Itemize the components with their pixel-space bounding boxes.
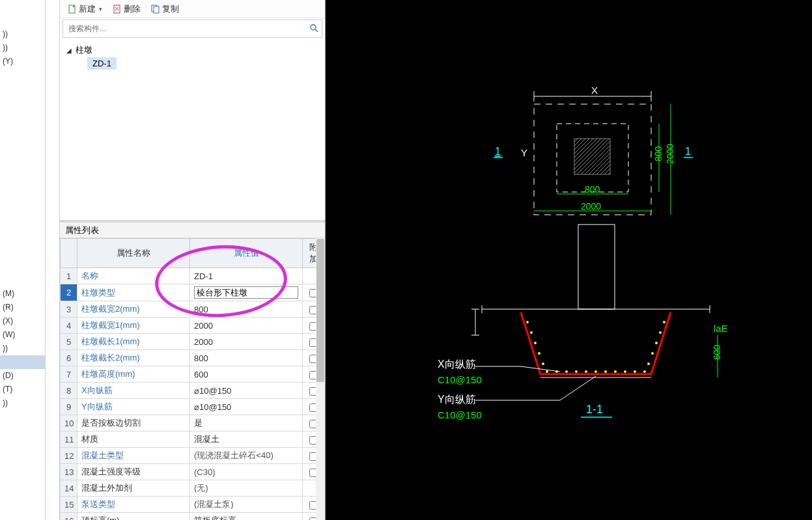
left-nav-item[interactable]: (T)	[0, 383, 45, 396]
tree-item-zd1[interactable]: ZD-1	[87, 57, 117, 70]
component-tree: ◢ 柱墩 ZD-1	[60, 39, 325, 220]
row-index: 4	[61, 318, 77, 334]
property-row[interactable]: 11材质混凝土	[61, 431, 325, 448]
property-name: 柱墩截长1(mm)	[77, 334, 190, 350]
property-row[interactable]: 4柱墩截宽1(mm)2000	[61, 318, 325, 334]
delete-icon	[113, 5, 122, 14]
property-value[interactable]: ⌀10@150	[190, 383, 303, 399]
property-value[interactable]: ⌀10@150	[190, 399, 303, 415]
property-value[interactable]: 筏板底标高	[190, 513, 303, 521]
left-nav-item[interactable]	[0, 14, 45, 27]
property-value[interactable]: 800	[190, 350, 303, 366]
dropdown-arrow-icon: ▾	[99, 6, 102, 12]
delete-label: 删除	[124, 3, 141, 15]
left-nav-item[interactable]: (X)	[0, 314, 45, 328]
svg-point-41	[614, 370, 617, 373]
copy-button[interactable]: 复制	[147, 2, 183, 16]
property-row[interactable]: 12混凝土类型(现浇混凝土碎石<40)	[61, 448, 325, 464]
left-nav-item[interactable]	[0, 0, 45, 14]
property-value[interactable]	[190, 284, 303, 301]
svg-point-36	[565, 370, 568, 373]
search-input[interactable]	[63, 21, 306, 36]
collapse-toggle-icon[interactable]: ◢	[65, 47, 73, 54]
left-nav-item[interactable]: (R)	[0, 301, 45, 314]
left-nav-item[interactable]	[0, 232, 45, 246]
left-nav-item[interactable]	[0, 355, 45, 369]
property-name: 柱墩高度(mm)	[77, 366, 190, 383]
property-row[interactable]: 8X向纵筋⌀10@150	[61, 383, 325, 399]
svg-line-7	[315, 29, 318, 32]
property-row[interactable]: 6柱墩截长2(mm)800	[61, 350, 325, 366]
svg-rect-10	[574, 139, 610, 174]
property-value[interactable]: (C30)	[190, 464, 303, 480]
property-value-input[interactable]	[194, 286, 298, 299]
left-nav-item[interactable]	[0, 273, 45, 287]
property-value[interactable]: 是	[190, 415, 303, 431]
property-value[interactable]: 2000	[190, 334, 303, 350]
side-gap	[46, 0, 60, 520]
new-button[interactable]: 新建 ▾	[64, 2, 106, 16]
left-nav-item[interactable]	[0, 150, 45, 164]
svg-point-26	[534, 342, 537, 344]
left-nav-item[interactable]	[0, 109, 45, 123]
row-index: 14	[61, 480, 77, 497]
property-row[interactable]: 10是否按板边切割是	[61, 415, 325, 431]
property-row[interactable]: 13混凝土强度等级(C30)	[61, 464, 325, 480]
row-index: 3	[61, 301, 77, 318]
property-name: 泵送类型	[77, 497, 190, 513]
left-nav-item[interactable]: ))	[0, 342, 45, 355]
property-row[interactable]: 2柱墩类型	[61, 284, 325, 301]
property-value[interactable]: 2000	[190, 318, 303, 334]
property-value[interactable]: (混凝土泵)	[190, 497, 303, 513]
cad-viewport[interactable]: X Y 800 2000 800 2000 1 1	[326, 0, 812, 520]
left-nav-item[interactable]	[0, 260, 45, 273]
left-nav-item[interactable]	[0, 82, 45, 96]
property-row[interactable]: 1名称ZD-1	[61, 268, 325, 284]
section-mark-1-left: 1	[495, 146, 501, 157]
left-nav-item[interactable]	[0, 96, 45, 109]
property-name: 柱墩类型	[77, 284, 190, 301]
left-nav-item[interactable]: ))	[0, 396, 45, 410]
left-nav-item[interactable]: (M)	[0, 287, 45, 301]
copy-label: 复制	[162, 3, 179, 15]
property-row[interactable]: 3柱墩截宽2(mm)800	[61, 301, 325, 318]
property-name: Y向纵筋	[77, 399, 190, 415]
property-scrollbar[interactable]	[316, 238, 325, 520]
property-value[interactable]: ZD-1	[190, 268, 303, 284]
cad-drawing: X Y 800 2000 800 2000 1 1	[326, 0, 812, 520]
property-row[interactable]: 14混凝土外加剂(无)	[61, 480, 325, 497]
left-nav-item[interactable]	[0, 205, 45, 219]
left-nav-item[interactable]: (D)	[0, 369, 45, 383]
left-nav-item[interactable]: (W)	[0, 328, 45, 342]
left-nav-item[interactable]	[0, 191, 45, 205]
delete-button[interactable]: 删除	[109, 2, 145, 16]
svg-line-50	[521, 366, 560, 372]
left-nav-item[interactable]	[0, 123, 45, 137]
left-nav-item[interactable]	[0, 178, 45, 191]
property-value[interactable]: 混凝土	[190, 431, 303, 448]
left-nav-item[interactable]: ))	[0, 27, 45, 41]
svg-point-43	[634, 370, 636, 373]
property-row[interactable]: 15泵送类型(混凝土泵)	[61, 497, 325, 513]
property-row[interactable]: 16顶标高(m)筏板底标高	[61, 513, 325, 521]
property-value[interactable]: 800	[190, 301, 303, 318]
property-value[interactable]: (无)	[190, 480, 303, 497]
property-row[interactable]: 7柱墩高度(mm)600	[61, 366, 325, 383]
svg-point-24	[526, 321, 529, 323]
left-nav-item[interactable]: (Y)	[0, 55, 45, 68]
property-row[interactable]: 9Y向纵筋⌀10@150	[61, 399, 325, 415]
property-value[interactable]: (现浇混凝土碎石<40)	[190, 448, 303, 464]
search-icon[interactable]	[306, 23, 322, 34]
left-nav-item[interactable]	[0, 137, 45, 150]
left-nav-item[interactable]	[0, 219, 45, 232]
property-row[interactable]: 5柱墩截长1(mm)2000	[61, 334, 325, 350]
svg-line-52	[560, 376, 596, 400]
svg-point-40	[604, 370, 607, 373]
tree-root[interactable]: ◢ 柱墩	[65, 43, 320, 57]
property-value[interactable]: 600	[190, 366, 303, 383]
left-nav-item[interactable]: ))	[0, 41, 45, 55]
svg-point-32	[651, 352, 654, 355]
left-nav-item[interactable]	[0, 68, 45, 82]
left-nav-item[interactable]	[0, 164, 45, 178]
left-nav-item[interactable]	[0, 246, 45, 260]
